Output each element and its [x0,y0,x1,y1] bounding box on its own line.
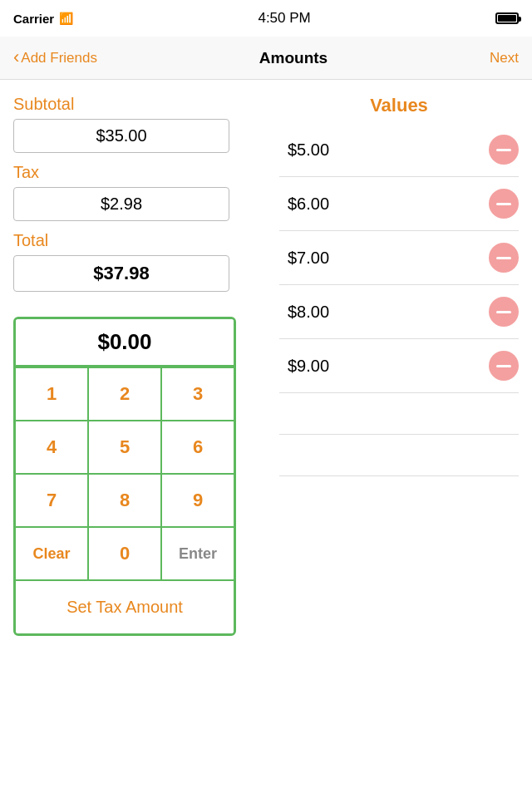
key-3[interactable]: 3 [162,368,234,420]
key-enter[interactable]: Enter [162,528,234,579]
value-amount-5: $9.00 [288,357,329,376]
key-clear[interactable]: Clear [16,528,87,579]
remove-button-4[interactable] [489,297,519,327]
value-amount-3: $7.00 [288,249,329,268]
status-bar-left: Carrier 📶 [13,12,73,26]
key-7[interactable]: 7 [16,475,87,526]
subtotal-input[interactable] [13,119,229,153]
battery-icon [495,12,519,24]
values-header: Values [279,95,519,116]
key-8[interactable]: 8 [89,475,160,526]
minus-icon-5 [496,365,511,367]
wifi-icon: 📶 [59,12,73,25]
nav-bar: ‹ Add Friends Amounts Next [0,37,532,80]
status-bar-right [495,12,519,24]
left-panel: Subtotal Tax Total $0.00 1 2 3 4 5 6 7 8… [13,95,263,798]
key-9[interactable]: 9 [162,475,234,526]
back-button[interactable]: ‹ Add Friends [13,49,97,66]
right-panel: Values $5.00 $6.00 $7.00 $8.00 $ [263,95,519,798]
carrier-label: Carrier [13,12,54,26]
remove-button-1[interactable] [489,135,519,165]
minus-icon-1 [496,149,511,151]
page-title: Amounts [259,49,328,67]
status-bar: Carrier 📶 4:50 PM [0,0,532,37]
back-chevron-icon: ‹ [13,48,19,66]
set-tax-button[interactable]: Set Tax Amount [16,579,234,633]
key-0[interactable]: 0 [89,528,160,579]
key-5[interactable]: 5 [89,421,160,473]
value-row-3: $7.00 [279,231,519,285]
remove-button-2[interactable] [489,189,519,219]
value-amount-2: $6.00 [288,195,329,214]
key-2[interactable]: 2 [89,368,160,420]
tax-label: Tax [13,163,263,182]
empty-row-1 [279,393,519,435]
value-amount-4: $8.00 [288,303,329,322]
total-label: Total [13,231,263,250]
total-input [13,255,229,292]
status-bar-time: 4:50 PM [258,10,310,27]
empty-rows [279,393,519,476]
value-amount-1: $5.00 [288,140,329,160]
tax-input[interactable] [13,187,229,221]
value-row-4: $8.00 [279,285,519,339]
key-4[interactable]: 4 [16,421,87,473]
next-button[interactable]: Next [490,50,519,66]
main-content: Subtotal Tax Total $0.00 1 2 3 4 5 6 7 8… [0,80,532,798]
remove-button-3[interactable] [489,243,519,273]
value-row-5: $9.00 [279,339,519,393]
key-1[interactable]: 1 [16,368,87,420]
minus-icon-4 [496,311,511,313]
subtotal-label: Subtotal [13,95,263,114]
keypad-display: $0.00 [16,319,234,367]
empty-row-2 [279,435,519,476]
key-6[interactable]: 6 [162,421,234,473]
value-row-2: $6.00 [279,177,519,231]
keypad: $0.00 1 2 3 4 5 6 7 8 9 Clear 0 Enter Se… [13,317,236,636]
value-row-1: $5.00 [279,123,519,177]
back-label: Add Friends [21,50,97,66]
remove-button-5[interactable] [489,351,519,381]
minus-icon-3 [496,257,511,259]
keypad-grid: 1 2 3 4 5 6 7 8 9 Clear 0 Enter [16,367,234,579]
minus-icon-2 [496,203,511,205]
